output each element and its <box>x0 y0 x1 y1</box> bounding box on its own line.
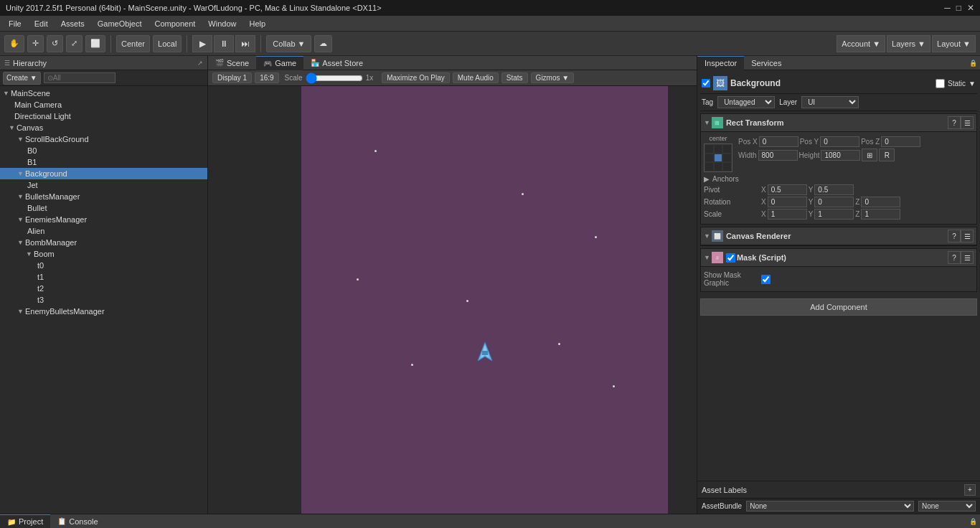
center-btn[interactable]: Center <box>116 35 150 52</box>
account-btn[interactable]: Account ▼ <box>837 35 885 52</box>
mask-enabled-checkbox[interactable] <box>726 253 735 263</box>
hierarchy-create-btn[interactable]: Create ▼ <box>3 72 41 85</box>
hier-item-jet[interactable]: Jet <box>0 179 207 191</box>
hier-item-canvas[interactable]: ▼ Canvas <box>0 122 207 133</box>
scaley-input[interactable] <box>814 209 854 220</box>
services-tab[interactable]: Services <box>744 56 788 70</box>
asset-store-tab[interactable]: 🏪 Asset Store <box>303 56 370 70</box>
asset-bundle-dropdown2[interactable]: None <box>918 501 976 512</box>
hier-item-dirlight[interactable]: Directional Light <box>0 110 207 122</box>
project-tab[interactable]: 📁 Project <box>0 514 50 529</box>
inspector-lock[interactable]: 🔒 <box>966 60 980 67</box>
pause-btn[interactable]: ⏸ <box>214 35 234 52</box>
proj-lock-icon[interactable]: 🔒 <box>966 518 980 525</box>
scale-slider[interactable] <box>306 72 363 84</box>
width-input[interactable] <box>758 150 798 161</box>
pivotx-input[interactable] <box>768 184 807 195</box>
ratio-btn[interactable]: 16:9 <box>255 72 278 83</box>
pivoty-input[interactable] <box>814 184 854 195</box>
collab-btn[interactable]: Collab ▼ <box>266 35 311 52</box>
layer-dropdown[interactable]: UI <box>801 96 859 108</box>
hier-item-t2[interactable]: t2 <box>0 283 207 294</box>
scalex-input[interactable] <box>768 209 807 220</box>
layout-btn[interactable]: Layout ▼ <box>932 35 976 52</box>
anchor-grid[interactable] <box>704 143 732 172</box>
posz-input[interactable] <box>881 136 920 147</box>
menu-window[interactable]: Window <box>202 18 242 29</box>
menu-help[interactable]: Help <box>243 18 271 29</box>
hier-item-enemiesmgr[interactable]: ▼ EnemiesManager <box>0 214 207 225</box>
menu-component[interactable]: Component <box>149 18 201 29</box>
game-tab[interactable]: 🎮 Game <box>256 56 303 70</box>
height-input[interactable] <box>821 150 860 161</box>
layers-btn[interactable]: Layers ▼ <box>887 35 930 52</box>
rotate-tool[interactable]: ↺ <box>47 35 63 52</box>
hier-item-enemybullets[interactable]: ▼ EnemyBulletsManager <box>0 306 207 317</box>
hier-item-boom[interactable]: ▼ Boom <box>0 248 207 260</box>
maximize-btn[interactable]: □ <box>956 3 961 13</box>
hier-item-b1[interactable]: B1 <box>0 156 207 168</box>
cr-info-btn[interactable]: ? <box>948 230 961 242</box>
anchors-row[interactable]: ▶ Anchors <box>704 175 974 183</box>
step-btn[interactable]: ⏭ <box>235 35 255 52</box>
hier-item-alien[interactable]: Alien <box>0 225 207 237</box>
display-btn[interactable]: Display 1 <box>212 72 252 83</box>
hier-item-b0[interactable]: B0 <box>0 145 207 156</box>
hier-item-bullet[interactable]: Bullet <box>0 202 207 214</box>
static-dropdown[interactable]: ▼ <box>969 80 976 88</box>
menu-edit[interactable]: Edit <box>29 18 54 29</box>
stats-btn[interactable]: Stats <box>501 72 528 83</box>
menu-gameobject[interactable]: GameObject <box>92 18 148 29</box>
close-btn[interactable]: ✕ <box>967 3 974 13</box>
hier-item-bombmgr[interactable]: ▼ BombManager <box>0 237 207 248</box>
rotx-input[interactable] <box>768 197 807 207</box>
menu-file[interactable]: File <box>3 18 27 29</box>
hier-item-mainscene[interactable]: ▼ MainScene <box>0 88 207 99</box>
object-active-checkbox[interactable] <box>702 79 710 88</box>
posy-input[interactable] <box>820 136 859 147</box>
scale-tool[interactable]: ⤢ <box>66 35 83 52</box>
gizmos-btn[interactable]: Gizmos ▼ <box>531 72 575 83</box>
hand-tool[interactable]: ✋ <box>4 35 24 52</box>
asset-labels-icon[interactable]: + <box>964 484 976 496</box>
static-checkbox[interactable] <box>936 79 945 88</box>
rect-tool[interactable]: ⬜ <box>85 35 105 52</box>
cloud-btn[interactable]: ☁ <box>314 35 332 52</box>
blueprint-btn[interactable]: ⊞ <box>862 148 877 161</box>
move-tool[interactable]: ✛ <box>27 35 44 52</box>
rotz-input[interactable] <box>861 197 900 207</box>
reset-btn[interactable]: R <box>879 148 895 161</box>
mask-script-header[interactable]: ▼ # Mask (Script) ? ☰ <box>701 249 976 267</box>
show-mask-checkbox[interactable] <box>761 275 771 284</box>
cr-menu-btn[interactable]: ☰ <box>961 230 974 242</box>
hier-item-bulletsmgr[interactable]: ▼ BulletsManager <box>0 191 207 202</box>
hier-item-t0[interactable]: t0 <box>0 260 207 271</box>
hierarchy-search[interactable] <box>44 72 116 83</box>
minimize-btn[interactable]: ─ <box>944 3 951 13</box>
tag-dropdown[interactable]: Untagged <box>717 96 775 108</box>
scene-tab[interactable]: 🎬 Scene <box>208 56 256 70</box>
rect-transform-header[interactable]: ▼ ⊞ Rect Transform ? ☰ <box>701 114 976 132</box>
ms-info-btn[interactable]: ? <box>948 251 961 264</box>
hier-item-background[interactable]: ▼ Background <box>0 168 207 179</box>
mute-btn[interactable]: Mute Audio <box>453 72 499 83</box>
rt-menu-btn[interactable]: ☰ <box>961 116 974 129</box>
rt-info-btn[interactable]: ? <box>948 116 961 129</box>
roty-input[interactable] <box>814 197 854 207</box>
console-tab[interactable]: 📋 Console <box>50 514 105 529</box>
inspector-tab[interactable]: Inspector <box>697 56 744 70</box>
hier-item-t1[interactable]: t1 <box>0 271 207 283</box>
scalez-input[interactable] <box>861 209 900 220</box>
local-btn[interactable]: Local <box>153 35 182 52</box>
hier-item-scrollbg[interactable]: ▼ ScrollBackGround <box>0 133 207 145</box>
maximize-btn[interactable]: Maximize On Play <box>382 72 450 83</box>
menu-assets[interactable]: Assets <box>55 18 90 29</box>
asset-bundle-dropdown1[interactable]: None <box>746 501 914 512</box>
hier-item-t3[interactable]: t3 <box>0 294 207 306</box>
add-component-btn[interactable]: Add Component <box>700 298 977 316</box>
hier-item-maincamera[interactable]: Main Camera <box>0 99 207 110</box>
play-btn[interactable]: ▶ <box>192 35 212 52</box>
posx-input[interactable] <box>759 136 798 147</box>
ms-menu-btn[interactable]: ☰ <box>961 251 974 264</box>
canvas-renderer-header[interactable]: ▼ ⬜ Canvas Renderer ? ☰ <box>701 227 976 245</box>
